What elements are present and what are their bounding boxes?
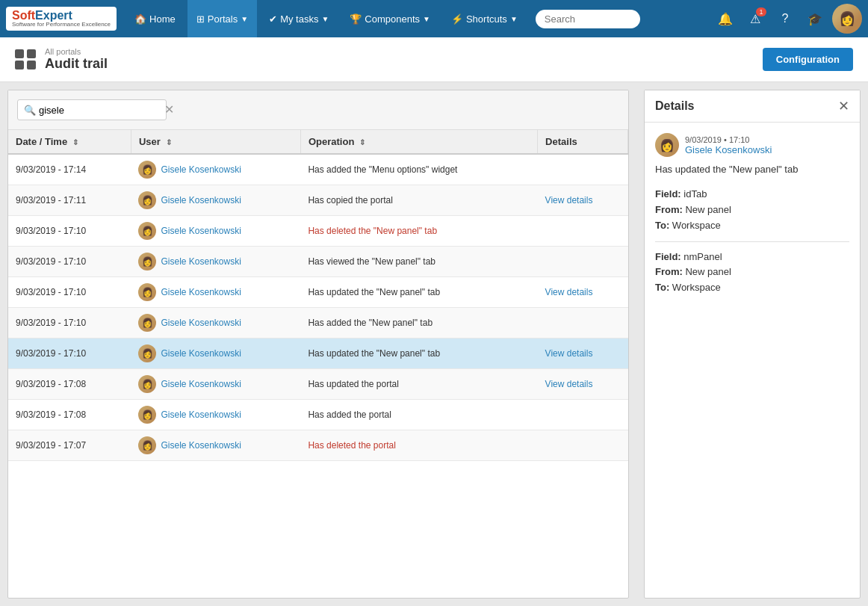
configuration-button[interactable]: Configuration bbox=[763, 48, 853, 71]
col-user[interactable]: User ⇕ bbox=[131, 130, 300, 154]
user-avatar-small: 👩 bbox=[138, 375, 156, 393]
nav-search-input[interactable] bbox=[536, 10, 640, 28]
cell-operation: Has added the "New panel" tab bbox=[300, 308, 537, 338]
cell-operation: Has updated the "New panel" tab bbox=[300, 277, 537, 308]
user-link[interactable]: Gisele Kosenkowski bbox=[161, 164, 241, 175]
details-user-row: 👩 9/03/2019 • 17:10 Gisele Kosenkowski bbox=[655, 133, 849, 157]
user-link[interactable]: Gisele Kosenkowski bbox=[161, 287, 241, 297]
table-panel: 🔍 ✕ Date / Time ⇕ User ⇕ Operation ⇕ Det… bbox=[7, 90, 629, 599]
table-row[interactable]: 9/03/2019 - 17:11👩Gisele KosenkowskiHas … bbox=[8, 185, 628, 216]
help-button[interactable]: ? bbox=[772, 6, 798, 31]
brand-tagline: Software for Performance Excellence bbox=[12, 22, 111, 28]
search-input[interactable] bbox=[39, 105, 164, 116]
user-link[interactable]: Gisele Kosenkowski bbox=[161, 256, 241, 267]
field-label-1: Field: bbox=[655, 188, 683, 200]
user-link[interactable]: Gisele Kosenkowski bbox=[161, 226, 241, 236]
table-row[interactable]: 9/03/2019 - 17:10👩Gisele KosenkowskiHas … bbox=[8, 216, 628, 247]
col-datetime[interactable]: Date / Time ⇕ bbox=[8, 130, 131, 154]
cell-datetime: 9/03/2019 - 17:10 bbox=[8, 308, 131, 338]
cell-operation: Has deleted the "New panel" tab bbox=[300, 216, 537, 247]
nav-components-label: Components bbox=[365, 13, 420, 25]
table-row[interactable]: 9/03/2019 - 17:07👩Gisele KosenkowskiHas … bbox=[8, 430, 628, 461]
user-avatar[interactable]: 👩 bbox=[832, 4, 862, 34]
graduation-cap-button[interactable]: 🎓 bbox=[802, 6, 828, 31]
view-details-link[interactable]: View details bbox=[545, 195, 593, 205]
notification-bell-button[interactable]: 🔔 bbox=[713, 6, 738, 31]
user-link[interactable]: Gisele Kosenkowski bbox=[161, 195, 241, 205]
nav-home[interactable]: 🏠 Home bbox=[125, 0, 185, 37]
col-operation[interactable]: Operation ⇕ bbox=[300, 130, 537, 154]
user-link[interactable]: Gisele Kosenkowski bbox=[161, 440, 241, 451]
shortcuts-caret: ▼ bbox=[510, 15, 518, 23]
details-description: Has updated the "New panel" tab bbox=[655, 163, 849, 176]
cell-operation: Has copied the portal bbox=[300, 185, 537, 216]
user-avatar-small: 👩 bbox=[138, 406, 156, 424]
notification-alert-button[interactable]: ⚠ 1 bbox=[743, 6, 768, 31]
view-details-link[interactable]: View details bbox=[545, 287, 593, 297]
cell-details bbox=[538, 430, 628, 461]
user-link[interactable]: Gisele Kosenkowski bbox=[161, 409, 241, 420]
to-label-1: To: bbox=[655, 220, 672, 231]
cell-operation: Has viewed the "New panel" tab bbox=[300, 247, 537, 277]
brand-logo[interactable]: SoftExpert Software for Performance Exce… bbox=[6, 7, 117, 31]
portals-grid-icon bbox=[15, 49, 36, 69]
from-label-1: From: bbox=[655, 204, 685, 215]
from-label-2: From: bbox=[655, 266, 685, 277]
user-link[interactable]: Gisele Kosenkowski bbox=[161, 348, 241, 359]
cell-datetime: 9/03/2019 - 17:08 bbox=[8, 400, 131, 430]
user-avatar-small: 👩 bbox=[138, 344, 156, 362]
nav-components[interactable]: 🏆 Components ▼ bbox=[341, 0, 439, 37]
table-header: Date / Time ⇕ User ⇕ Operation ⇕ Details bbox=[8, 130, 628, 154]
sort-icon-operation: ⇕ bbox=[359, 138, 365, 146]
cell-user: 👩Gisele Kosenkowski bbox=[131, 154, 300, 185]
table-row[interactable]: 9/03/2019 - 17:10👩Gisele KosenkowskiHas … bbox=[8, 277, 628, 308]
search-clear-button[interactable]: ✕ bbox=[164, 104, 174, 116]
lightning-icon: ⚡ bbox=[451, 13, 463, 25]
to-label-2: To: bbox=[655, 282, 672, 293]
cell-user: 👩Gisele Kosenkowski bbox=[131, 400, 300, 430]
details-title: Details bbox=[655, 99, 694, 113]
cell-user: 👩Gisele Kosenkowski bbox=[131, 369, 300, 400]
col-details: Details bbox=[538, 130, 628, 154]
nav-search-container bbox=[536, 10, 640, 28]
table-row[interactable]: 9/03/2019 - 17:10👩Gisele KosenkowskiHas … bbox=[8, 308, 628, 338]
user-link[interactable]: Gisele Kosenkowski bbox=[161, 318, 241, 328]
details-body: 👩 9/03/2019 • 17:10 Gisele Kosenkowski H… bbox=[645, 123, 860, 598]
cell-details bbox=[538, 216, 628, 247]
trophy-icon: 🏆 bbox=[350, 13, 362, 25]
search-icon: 🔍 bbox=[24, 105, 36, 116]
nav-portals-label: Portals bbox=[208, 13, 238, 25]
cell-details: View details bbox=[538, 277, 628, 308]
cell-operation: Has updated the "New panel" tab bbox=[300, 338, 537, 369]
user-link[interactable]: Gisele Kosenkowski bbox=[161, 379, 241, 389]
details-username[interactable]: Gisele Kosenkowski bbox=[685, 144, 772, 155]
table-row[interactable]: 9/03/2019 - 17:08👩Gisele KosenkowskiHas … bbox=[8, 369, 628, 400]
tasks-caret: ▼ bbox=[321, 15, 329, 23]
details-user-avatar: 👩 bbox=[655, 133, 679, 157]
portals-icon: ⊞ bbox=[196, 13, 205, 25]
page-header: All portals Audit trail Configuration bbox=[0, 37, 868, 82]
search-input-wrap: 🔍 ✕ bbox=[17, 99, 167, 120]
table-row[interactable]: 9/03/2019 - 17:08👩Gisele KosenkowskiHas … bbox=[8, 400, 628, 430]
components-caret: ▼ bbox=[423, 15, 430, 23]
nav-my-tasks[interactable]: ✔ My tasks ▼ bbox=[260, 0, 338, 37]
navbar: SoftExpert Software for Performance Exce… bbox=[0, 0, 868, 37]
user-avatar-small: 👩 bbox=[138, 314, 156, 332]
sort-icon-datetime: ⇕ bbox=[72, 138, 78, 146]
details-close-button[interactable]: ✕ bbox=[838, 99, 849, 113]
view-details-link[interactable]: View details bbox=[545, 348, 593, 359]
cell-user: 👩Gisele Kosenkowski bbox=[131, 338, 300, 369]
cell-user: 👩Gisele Kosenkowski bbox=[131, 185, 300, 216]
field-name-2: nmPanel bbox=[683, 251, 722, 262]
cell-datetime: 9/03/2019 - 17:11 bbox=[8, 185, 131, 216]
page-header-left: All portals Audit trail bbox=[15, 47, 108, 72]
cell-details bbox=[538, 400, 628, 430]
view-details-link[interactable]: View details bbox=[545, 379, 593, 389]
nav-portals[interactable]: ⊞ Portals ▼ bbox=[187, 0, 257, 37]
table-row[interactable]: 9/03/2019 - 17:10👩Gisele KosenkowskiHas … bbox=[8, 247, 628, 277]
user-avatar-small: 👩 bbox=[138, 222, 156, 240]
table-row[interactable]: 9/03/2019 - 17:14👩Gisele KosenkowskiHas … bbox=[8, 154, 628, 185]
table-row[interactable]: 9/03/2019 - 17:10👩Gisele KosenkowskiHas … bbox=[8, 338, 628, 369]
search-bar: 🔍 ✕ bbox=[8, 90, 628, 130]
nav-shortcuts[interactable]: ⚡ Shortcuts ▼ bbox=[442, 0, 527, 37]
